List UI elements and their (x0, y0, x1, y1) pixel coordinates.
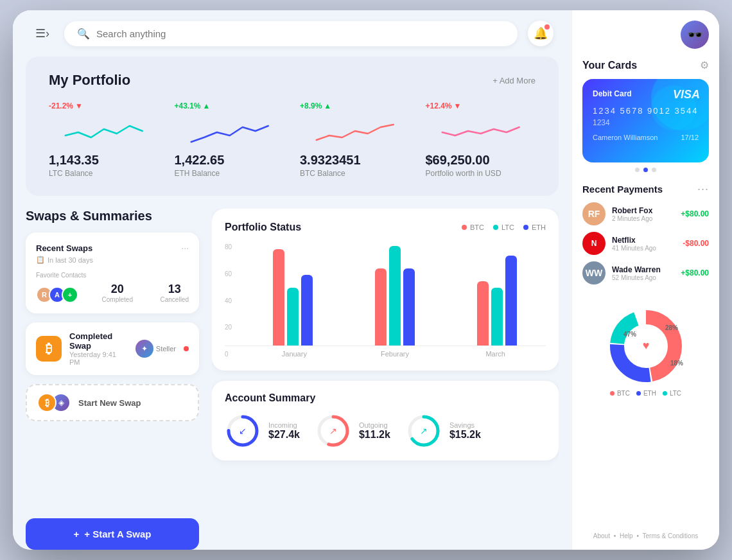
user-avatar[interactable]: 🕶️ (681, 21, 709, 49)
right-sidebar: 🕶️ Your Cards ⚙ VISA Debit Card 1234 567… (571, 10, 719, 550)
ltc-value: 1,143.35 (49, 153, 159, 168)
ltc-chart (49, 113, 159, 145)
swaps-panel: Swaps & Summaries Recent Swaps ··· 📋 In … (26, 209, 199, 550)
svg-text:28%: 28% (665, 324, 678, 331)
donut-ltc-dot (663, 391, 667, 396)
swaps-section-title: Swaps & Summaries (26, 209, 199, 223)
payment-item-robert: RF Robert Fox 2 Minutes Ago +$80.00 (582, 202, 709, 225)
portfolio-header: My Portfolio + Add More (49, 72, 536, 89)
y-axis: 80 60 40 20 0 (225, 243, 232, 358)
recent-swaps-menu[interactable]: ··· (181, 243, 189, 253)
mar-eth-bar (505, 256, 517, 346)
donut-eth: ETH (636, 390, 656, 397)
card-dot-1[interactable] (635, 168, 640, 172)
january-label: January (244, 350, 345, 358)
start-new-label: Start New Swap (78, 398, 141, 408)
ltc-card: -21.2% ▼ 1,143.35 LTC Balance (49, 101, 159, 178)
btc-legend-label: BTC (470, 223, 484, 231)
jan-eth-bar (301, 275, 313, 346)
portfolio-cards: -21.2% ▼ 1,143.35 LTC Balance +43.1% ▲ (49, 101, 536, 178)
account-summary-card: Account Summary ↙ (212, 381, 559, 460)
robert-amount: +$80.00 (681, 209, 709, 218)
stellar-badge: ✦ Steller (135, 340, 176, 358)
card-number-partial: 1234 (593, 118, 699, 127)
add-more-button[interactable]: + Add More (492, 76, 536, 85)
btc-icon: ₿ (36, 336, 62, 362)
start-swap-button[interactable]: + + Start A Swap (26, 518, 199, 550)
portfolio-status-card: Portfolio Status BTC LTC (212, 209, 559, 371)
eth-label: ETH Balance (175, 169, 285, 178)
incoming-info: Incoming $27.4k (268, 421, 300, 441)
feb-btc-bar (375, 268, 387, 346)
savings-info: Savings $15.2k (449, 421, 481, 441)
swap-icons: ₿ ◈ (37, 393, 71, 412)
wade-time: 52 Minutes Ago (612, 274, 674, 281)
savings-metric: ↗ Savings $15.2k (406, 413, 481, 449)
menu-button[interactable]: ☰› (31, 22, 54, 45)
netflix-avatar: N (582, 232, 606, 255)
netflix-info: Netflix 41 Minutes Ago (612, 236, 676, 252)
card-dot-3[interactable] (652, 168, 656, 172)
chart-month-labels: January Feburary March (225, 350, 546, 358)
about-link[interactable]: About (593, 532, 610, 539)
btc-card: +8.9% ▲ 3.9323451 BTC Balance (300, 101, 410, 178)
svg-text:↗: ↗ (420, 426, 428, 436)
charts-panel: Portfolio Status BTC LTC (212, 209, 559, 550)
march-bars (449, 256, 546, 346)
recent-swaps-header: Recent Swaps ··· (36, 243, 189, 253)
netflix-amount: -$80.00 (683, 239, 709, 248)
eth-card: +43.1% ▲ 1,422.65 ETH Balance (175, 101, 285, 178)
separator-2: • (636, 532, 639, 539)
mar-btc-bar (477, 281, 489, 346)
robert-info: Robert Fox 2 Minutes Ago (612, 206, 674, 222)
outgoing-info: Outgoing $11.2k (359, 421, 390, 441)
robert-name: Robert Fox (612, 206, 674, 215)
eth-chart (175, 113, 285, 145)
wade-amount: +$80.00 (681, 268, 709, 277)
svg-text:↗: ↗ (329, 426, 337, 436)
svg-text:47%: 47% (623, 331, 636, 338)
y-label-0: 0 (225, 351, 232, 358)
donut-legend: BTC ETH LTC (610, 390, 681, 397)
netflix-name: Netflix (612, 236, 676, 245)
stellar-icon: ✦ (135, 340, 153, 358)
recent-swaps-title: Recent Swaps (36, 243, 92, 253)
search-bar[interactable]: 🔍 (64, 21, 518, 46)
btc-legend-dot (462, 225, 467, 230)
settings-icon[interactable]: ⚙ (700, 59, 709, 71)
donut-chart: ♥ 47% 28% 18% (595, 301, 697, 385)
portfolio-section: My Portfolio + Add More -21.2% ▼ 1,143.3… (26, 57, 559, 196)
btc-change: +8.9% ▲ (300, 101, 410, 110)
visa-logo: VISA (673, 88, 700, 101)
search-input[interactable] (96, 28, 505, 39)
completed-stat: 20 Completed (102, 283, 133, 303)
completed-swap-card: ₿ Completed Swap Yesterday 9:41 PM ✦ Ste… (26, 322, 199, 375)
wade-avatar: WW (582, 261, 606, 284)
y-label-20: 20 (225, 324, 232, 331)
mar-ltc-bar (491, 288, 503, 346)
feb-eth-bar (403, 268, 415, 346)
terms-link[interactable]: Terms & Conditions (643, 532, 699, 539)
start-new-swap-card[interactable]: ₿ ◈ Start New Swap (26, 384, 199, 421)
incoming-label: Incoming (268, 421, 300, 429)
help-link[interactable]: Help (620, 532, 633, 539)
chart-header: Portfolio Status BTC LTC (225, 222, 546, 233)
favorite-contacts: R A + (36, 286, 74, 303)
recent-swaps-card: Recent Swaps ··· 📋 In last 30 days Favor… (26, 232, 199, 313)
card-footer: Cameron Williamson 17/12 (593, 134, 699, 141)
savings-value: $15.2k (449, 429, 481, 441)
your-cards-header: Your Cards ⚙ (582, 59, 709, 71)
search-icon: 🔍 (77, 28, 90, 40)
card-holder: Cameron Williamson (593, 134, 658, 141)
donut-btc: BTC (610, 390, 630, 397)
payments-more-button[interactable]: ··· (697, 182, 709, 196)
card-dot-2[interactable] (643, 168, 648, 172)
ltc-legend-label: LTC (501, 223, 514, 231)
swaps-stats: R A + 20 Completed 13 Cancelled (36, 283, 189, 303)
card-number: 1234 5678 9012 3544 (593, 106, 699, 116)
notification-button[interactable]: 🔔 (528, 21, 553, 46)
donut-eth-dot (636, 391, 641, 396)
account-summary-title: Account Summary (225, 392, 546, 404)
svg-text:18%: 18% (670, 360, 683, 367)
ltc-change: -21.2% ▼ (49, 101, 159, 110)
